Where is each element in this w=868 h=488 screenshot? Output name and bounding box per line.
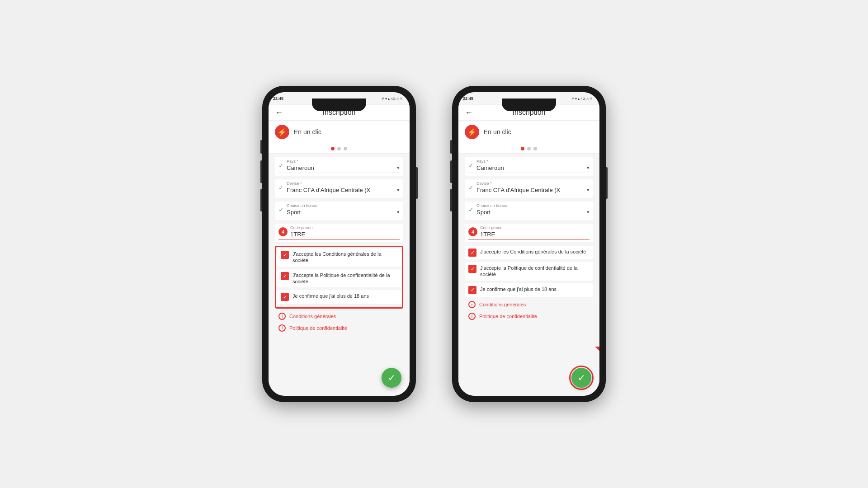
right-devise-check: ✓ (468, 184, 474, 191)
right-pays-field[interactable]: ✓ Pays * Cameroun ▾ (465, 157, 593, 176)
checkbox-conditions-label: J'accepte les Conditions générales de la… (292, 251, 397, 264)
checkbox-politique-check-icon: ✓ (283, 273, 287, 279)
bonus-label: Choisir un bonus (287, 203, 400, 208)
checkbox-politique-label: J'accepte la Politique de confidentialit… (292, 272, 397, 285)
right-devise-field[interactable]: ✓ Devise * Franc CFA d'Afrique Centrale … (465, 179, 593, 198)
pays-value: Cameroun ▾ (287, 164, 400, 171)
left-phone-frame: 22:45 P ▾ ▴ 4G △ ≡ ← Inscription ⚡ En un… (262, 86, 416, 402)
right-submit-fab-button[interactable]: ✓ (571, 368, 591, 388)
right-conditions-link[interactable]: Conditions générales (479, 302, 526, 307)
checkbox-conditions-input[interactable]: ✓ (281, 251, 289, 259)
right-devise-value: Franc CFA d'Afrique Centrale (X ▾ (476, 187, 590, 193)
checkboxes-group-outlined: ✓ J'accepte les Conditions générales de … (275, 246, 403, 309)
pays-field[interactable]: ✓ Pays * Cameroun ▾ (275, 157, 403, 176)
back-button[interactable]: ← (275, 108, 283, 117)
code-promo-field[interactable]: 4 Code promo 1TRE (275, 224, 403, 242)
status-time: 22:45 (273, 96, 283, 101)
progress-dots (269, 144, 410, 154)
checkbox-age-check-icon: ✓ (283, 294, 287, 300)
power-button (416, 167, 418, 199)
right-checkbox-conditions-input[interactable]: ✓ (468, 249, 476, 257)
right-conditions-link-row[interactable]: i Conditions générales (465, 300, 593, 310)
politique-link[interactable]: Politique de confidentialité (289, 325, 347, 331)
right-checkbox-politique-input[interactable]: ✓ (468, 265, 476, 273)
right-dot-3 (533, 147, 537, 150)
checkbox-age-input[interactable]: ✓ (281, 293, 289, 301)
bonus-value: Sport ▾ (287, 209, 400, 216)
code-value: 1TRE (290, 231, 400, 238)
right-checkbox-age-label: Je confirme que j'ai plus de 18 ans (480, 286, 557, 292)
right-checkbox-check-icon: ✓ (471, 250, 475, 256)
right-status-time: 22:45 (463, 96, 473, 101)
right-bonus-dropdown-arrow: ▾ (587, 209, 590, 215)
conditions-link[interactable]: Conditions générales (289, 314, 336, 319)
right-checkbox-conditions[interactable]: ✓ J'accepte les Conditions générales de … (465, 246, 593, 259)
right-checkbox-age-input[interactable]: ✓ (468, 286, 476, 294)
submit-fab-button[interactable]: ✓ (382, 368, 401, 388)
left-phone-screen: 22:45 P ▾ ▴ 4G △ ≡ ← Inscription ⚡ En un… (269, 92, 410, 396)
right-bonus-field[interactable]: ✓ Choisir un bonus Sport ▾ (465, 202, 593, 220)
conditions-link-row[interactable]: i Conditions générales (275, 311, 403, 321)
dot-2 (337, 147, 341, 150)
devise-value: Franc CFA d'Afrique Centrale (X ▾ (287, 187, 400, 193)
devise-check: ✓ (278, 184, 284, 191)
right-step-badge: 4 (468, 227, 477, 236)
checkbox-politique-input[interactable]: ✓ (281, 272, 289, 280)
checkbox-conditions[interactable]: ✓ J'accepte les Conditions générales de … (277, 248, 401, 267)
right-politique-info-icon: i (468, 313, 476, 320)
devise-label: Devise * (287, 181, 400, 186)
pays-check: ✓ (278, 162, 284, 169)
right-bonus-value: Sport ▾ (476, 209, 590, 216)
right-checkbox-politique-check-icon: ✓ (471, 266, 475, 272)
pays-dropdown-arrow: ▾ (397, 165, 400, 171)
volume-up-button (260, 160, 262, 183)
right-code-label: Code promo (480, 225, 590, 230)
right-back-button[interactable]: ← (465, 108, 473, 117)
right-code-promo-field[interactable]: 4 Code promo 1TRE (465, 224, 593, 242)
right-power-button (606, 167, 608, 199)
svg-marker-1 (595, 347, 599, 356)
left-phone: 22:45 P ▾ ▴ 4G △ ≡ ← Inscription ⚡ En un… (262, 86, 416, 402)
right-checkbox-age[interactable]: ✓ Je confirme que j'ai plus de 18 ans (465, 283, 593, 297)
bonus-dropdown-arrow: ▾ (397, 209, 400, 215)
right-notch (502, 99, 556, 111)
right-devise-label: Devise * (476, 181, 590, 186)
right-devise-dropdown-arrow: ▾ (587, 187, 590, 193)
right-lightning-icon: ⚡ (465, 125, 479, 139)
politique-info-icon: i (278, 324, 286, 332)
en-un-clic-text: En un clic (294, 128, 321, 136)
right-code-value: 1TRE (480, 231, 590, 238)
red-arrow-annotation (586, 317, 599, 360)
checkbox-age-label: Je confirme que j'ai plus de 18 ans (292, 293, 369, 299)
dot-1 (331, 147, 335, 150)
code-label: Code promo (290, 225, 400, 230)
right-pays-check: ✓ (468, 162, 474, 169)
politique-link-row[interactable]: i Politique de confidentialité (275, 323, 403, 333)
bonus-field[interactable]: ✓ Choisir un bonus Sport ▾ (275, 202, 403, 220)
right-en-un-clic-section: ⚡ En un clic (458, 120, 599, 144)
form-content: ✓ Pays * Cameroun ▾ ✓ (269, 154, 410, 396)
right-phone: 22:45 P ▾ ▴ 4G △ ≡ ← Inscription ⚡ En un… (452, 86, 606, 402)
right-politique-link[interactable]: Politique de confidentialité (479, 314, 537, 319)
checkbox-politique[interactable]: ✓ J'accepte la Politique de confidential… (277, 269, 401, 288)
right-politique-link-row[interactable]: i Politique de confidentialité (465, 311, 593, 321)
right-volume-up-button (450, 160, 452, 183)
right-phone-frame: 22:45 P ▾ ▴ 4G △ ≡ ← Inscription ⚡ En un… (452, 86, 606, 402)
right-dot-2 (527, 147, 531, 150)
right-checkbox-politique-label: J'accepte la Politique de confidentialit… (480, 265, 590, 278)
volume-down-button (260, 189, 262, 211)
right-checkbox-conditions-label: J'accepte les Conditions générales de la… (480, 249, 586, 255)
conditions-info-icon: i (278, 313, 286, 320)
checkbox-age[interactable]: ✓ Je confirme que j'ai plus de 18 ans (277, 290, 401, 304)
right-checkbox-politique[interactable]: ✓ J'accepte la Politique de confidential… (465, 262, 593, 281)
right-pays-dropdown-arrow: ▾ (587, 165, 590, 171)
right-bonus-check: ✓ (468, 206, 474, 213)
right-phone-screen: 22:45 P ▾ ▴ 4G △ ≡ ← Inscription ⚡ En un… (458, 92, 599, 396)
right-checkboxes-group: ✓ J'accepte les Conditions générales de … (465, 246, 593, 297)
right-form-content: ✓ Pays * Cameroun ▾ ✓ (458, 154, 599, 396)
right-dot-1 (521, 147, 524, 150)
devise-field[interactable]: ✓ Devise * Franc CFA d'Afrique Centrale … (275, 179, 403, 198)
devise-dropdown-arrow: ▾ (397, 187, 400, 193)
right-volume-mute-button (450, 140, 452, 154)
right-volume-down-button (450, 189, 452, 211)
